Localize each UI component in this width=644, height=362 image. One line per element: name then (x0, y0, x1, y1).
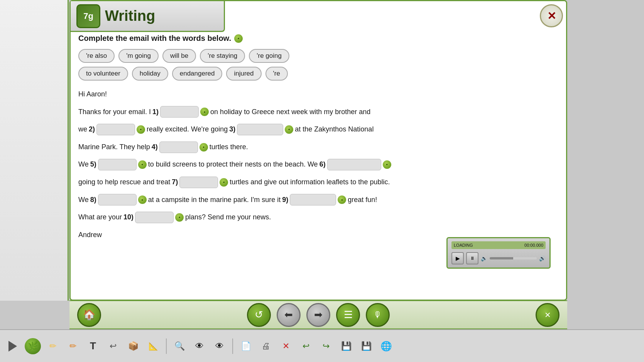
text-l1-after: on holiday to Greece next week with my b… (210, 104, 370, 120)
email-line-3: Marine Park. They help 4) turtles there. (78, 140, 558, 155)
instruction-text: Complete the email with the words below. (78, 34, 231, 43)
audio-controls: ▶ ⏸ 🔈 🔊 (451, 252, 546, 264)
text-tool-button[interactable]: T (84, 337, 102, 355)
pause-button[interactable]: ⏸ (466, 252, 478, 264)
hint-3[interactable] (285, 125, 293, 134)
chip-to-volunteer[interactable]: to volunteer (78, 67, 128, 81)
fill-6[interactable] (327, 159, 381, 170)
fill-2[interactable] (96, 124, 135, 135)
eye-button-2[interactable]: 👁 (211, 337, 228, 355)
box-tool-button[interactable]: 📦 (124, 337, 142, 355)
num-8: 8) (90, 192, 96, 208)
text-l3-after: turtles there. (210, 140, 248, 155)
fill-7[interactable] (179, 177, 218, 188)
hint-9[interactable] (338, 195, 346, 204)
email-line-2: we 2) really excited. We're going 3) at … (78, 122, 558, 137)
instruction: Complete the email with the words below. (78, 34, 558, 43)
text-l2-we: we (78, 122, 87, 137)
globe-button[interactable]: 🌐 (377, 337, 395, 355)
audio-player: LOADING 00:00.000 ▶ ⏸ 🔈 🔊 (446, 237, 551, 269)
redo-history-button[interactable]: ↪ (317, 337, 335, 355)
text-l7-before: What are your (78, 210, 122, 225)
text-l3-before: Marine Park. They help (78, 140, 150, 155)
exit-button[interactable]: ✕ (536, 303, 559, 327)
email-greeting: Hi Aaron! (78, 87, 558, 102)
hint-2[interactable] (137, 125, 145, 134)
volume-icon: 🔈 (481, 255, 487, 261)
activity-button[interactable]: 🎙 (366, 303, 390, 327)
next-button[interactable]: ➡ (306, 303, 330, 327)
green-tool-button[interactable]: 🌿 (24, 337, 42, 355)
text-l4-we: We (78, 157, 89, 172)
email-line-1: Thanks for your email. I 1) on holiday t… (78, 104, 558, 120)
hint-7[interactable] (220, 178, 228, 187)
print-button[interactable]: 🖨 (257, 337, 275, 355)
chip-endangered[interactable]: endangered (172, 67, 223, 81)
ruler-tool-button[interactable]: 📐 (144, 337, 162, 355)
hint-1[interactable] (200, 108, 209, 116)
fill-4[interactable] (159, 141, 198, 153)
fill-1[interactable] (160, 106, 199, 118)
hint-6[interactable] (383, 160, 391, 169)
audio-time: 00:00.000 (524, 243, 543, 248)
num-1: 1) (152, 104, 159, 120)
fill-9[interactable] (290, 194, 336, 205)
pencil-light-button[interactable]: ✏ (44, 337, 62, 355)
volume-slider[interactable] (490, 257, 537, 259)
save-button[interactable]: 💾 (337, 337, 355, 355)
pencil-orange-button[interactable]: ✏ (64, 337, 82, 355)
email-line-6: We 8) at a campsite in the marine park. … (78, 192, 558, 208)
close-button[interactable] (540, 4, 563, 27)
badge-7g: 7g (76, 4, 100, 28)
text-l6-after: great fun! (348, 192, 377, 208)
chip-re[interactable]: 're (265, 67, 288, 81)
fill-5[interactable] (98, 159, 137, 170)
chip-im-going[interactable]: 'm going (118, 49, 159, 63)
content-area: Complete the email with the words below.… (78, 34, 558, 292)
undo-history-button[interactable]: ↩ (297, 337, 315, 355)
text-l1-before: Thanks for your email. I (78, 104, 151, 120)
email-line-5: going to help rescue and treat 7) turtle… (78, 175, 558, 190)
separator-1 (166, 338, 167, 354)
hint-5[interactable] (138, 160, 147, 169)
play-arrow-button[interactable] (4, 337, 22, 355)
text-l7-after: plans? Send me your news. (185, 210, 271, 225)
bottom-toolbar: 🏠 ↺ ⬅ ➡ ☰ 🎙 ✕ (69, 300, 567, 329)
volume-high-icon: 🔊 (539, 255, 546, 261)
prev-button[interactable]: ⬅ (277, 303, 301, 327)
fill-10[interactable] (135, 212, 174, 223)
chip-re-staying[interactable]: 're staying (200, 49, 245, 63)
left-sidebar (0, 0, 69, 301)
delete-button[interactable]: ✕ (277, 337, 295, 355)
home-button[interactable]: 🏠 (77, 303, 101, 327)
num-4: 4) (152, 140, 158, 155)
chip-injured[interactable]: injured (226, 67, 261, 81)
hint-4[interactable] (199, 143, 208, 152)
page-button[interactable]: 📄 (237, 337, 255, 355)
text-l4-mid: to build screens to protect their nests … (148, 157, 318, 172)
zoom-button[interactable]: 🔍 (171, 337, 188, 355)
main-container: 7g Writing Complete the email with the w… (69, 0, 567, 301)
audio-status-bar: LOADING 00:00.000 (451, 241, 546, 249)
save-as-button[interactable]: 💾 (357, 337, 375, 355)
hint-10[interactable] (175, 213, 184, 222)
menu-button[interactable]: ☰ (336, 303, 360, 327)
signature-text: Andrew (78, 227, 102, 243)
word-chips-row-1: 're also 'm going will be 're staying 'r… (78, 49, 558, 63)
chip-will-be[interactable]: will be (162, 49, 196, 63)
fill-3[interactable] (237, 124, 283, 135)
chip-re-also[interactable]: 're also (78, 49, 115, 63)
num-6: 6) (319, 157, 326, 172)
text-l5-after: turtles and give out information leaflet… (230, 175, 390, 190)
hint-dot-instruction[interactable] (234, 34, 243, 43)
fill-8[interactable] (98, 194, 137, 205)
eye-button-1[interactable]: 👁 (191, 337, 208, 355)
chip-re-going[interactable]: 're going (249, 49, 289, 63)
hint-8[interactable] (138, 195, 147, 204)
curve-tool-button[interactable]: ↩ (104, 337, 122, 355)
chip-holiday[interactable]: holiday (132, 67, 168, 81)
undo-button[interactable]: ↺ (247, 303, 271, 327)
play-button[interactable]: ▶ (451, 252, 464, 264)
separator-2 (232, 338, 233, 354)
text-l6-mid: at a campsite in the marine park. I'm su… (148, 192, 281, 208)
